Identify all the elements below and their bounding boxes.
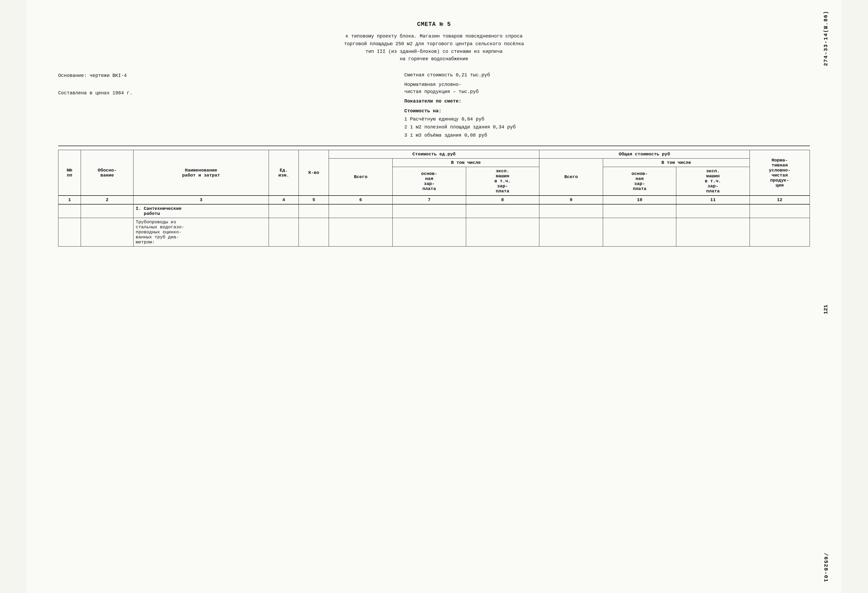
side-text-area: 274-33-14(Ш.86) 121 /6528-01 — [810, 0, 841, 593]
item-1-osnov1 — [393, 218, 466, 247]
col-num-6: 6 — [329, 196, 393, 204]
col-num-12: 12 — [750, 196, 810, 204]
col-num-4: 4 — [269, 196, 299, 204]
col-num-5: 5 — [299, 196, 329, 204]
item-1-ekspl1 — [466, 218, 539, 247]
subtitle-line-2: торговой площадью 250 м2 для торгового ц… — [58, 40, 810, 48]
item-1-obosn — [81, 218, 133, 247]
col-header-norm: Норма-тивнаяусловно-чистаяпродук-ция — [750, 150, 810, 196]
page: 274-33-14(Ш.86) 121 /6528-01 СМЕТА № 5 к… — [27, 0, 841, 593]
section-1-kvo — [299, 204, 329, 218]
col-num-1: 1 — [58, 196, 81, 204]
col-header-name: Наименованиеработ и затрат — [133, 150, 269, 196]
pokazateli: Показатели по смете: — [404, 97, 810, 106]
col-num-3: 3 — [133, 196, 269, 204]
item-1-vsego1 — [329, 218, 393, 247]
divider-thick-top — [58, 146, 810, 146]
section-1-title: I. Сантехнические работы — [133, 204, 269, 218]
subtitle: к типовому проекту блока. Магазин товаро… — [58, 32, 810, 63]
cost-item-3: 3 1 м3 объёма здания 0,08 руб — [404, 131, 810, 140]
section-1-ekspl2 — [676, 204, 750, 218]
section-1-norm — [750, 204, 810, 218]
item-1-vsego2 — [539, 218, 603, 247]
cost-section: Стоимость на: 1 Расчётную единицу 0,84 р… — [404, 107, 810, 139]
cost-item-1: 1 Расчётную единицу 0,84 руб — [404, 115, 810, 124]
item-1-row: Трубопроводы изстальных водогазо-проводн… — [58, 218, 810, 247]
item-1-osnov2 — [603, 218, 676, 247]
item-1-norm — [750, 218, 810, 247]
item-1-num — [58, 218, 81, 247]
osnov-label: Основание: чертежи ВКI-4 — [58, 71, 396, 80]
col-header-ekspl1: эксп.машинв т.ч.зар-плата — [466, 167, 539, 196]
col-header-kvo: К-во — [299, 150, 329, 196]
side-text-top: 274-33-14(Ш.86) — [823, 10, 829, 66]
section-1-num — [58, 204, 81, 218]
item-1-ekspl2 — [676, 218, 750, 247]
col-header-ed: Ед.изм. — [269, 150, 299, 196]
col-header-osnov2: основ-наязар-плата — [603, 167, 676, 196]
subtitle-line-3: тип III (из зданий-блоков) со стенами из… — [58, 48, 810, 56]
cost-label: Стоимость на: — [404, 108, 441, 113]
section-1-obosn — [81, 204, 133, 218]
col-header-obosn: Обосно-вание — [81, 150, 133, 196]
col-num-8: 8 — [466, 196, 539, 204]
col-header-obsh-stoimost: Общая стоимость руб — [539, 150, 750, 159]
item-1-kvo — [299, 218, 329, 247]
col-header-vsego2: Всего — [539, 159, 603, 196]
section-1-osnov2 — [603, 204, 676, 218]
col-header-osnov1: основ-наязар-плата — [393, 167, 466, 196]
section-1-vsego2 — [539, 204, 603, 218]
info-right: Сметная стоимость 0,21 тыс.руб Нормативн… — [396, 71, 810, 139]
page-number: 121 — [823, 305, 829, 314]
col-num-10: 10 — [603, 196, 676, 204]
subtitle-line-1: к типовому проекту блока. Магазин товаро… — [58, 32, 810, 40]
section-1-ekspl1 — [466, 204, 539, 218]
normative-text: Нормативная условно-чистая продукция – т… — [404, 81, 810, 96]
section-1-title-row: I. Сантехнические работы — [58, 204, 810, 218]
section-1-osnov1 — [393, 204, 466, 218]
section-1-ed — [269, 204, 299, 218]
col-header-vtomchisle2: В том числе — [603, 159, 750, 167]
info-left: Основание: чертежи ВКI-4 Составлена в це… — [58, 71, 396, 139]
col-header-num: №№пп — [58, 150, 81, 196]
side-text-bottom: /6528-01 — [823, 553, 829, 583]
col-num-11: 11 — [676, 196, 750, 204]
composed-label: Составлена в ценах 1984 г. — [58, 88, 396, 98]
col-header-vsego1: Всего — [329, 159, 393, 196]
col-num-7: 7 — [393, 196, 466, 204]
item-1-title: Трубопроводы изстальных водогазо-проводн… — [133, 218, 269, 247]
info-block: Основание: чертежи ВКI-4 Составлена в це… — [58, 71, 810, 139]
smeta-cost: Сметная стоимость 0,21 тыс.руб — [404, 71, 810, 79]
col-header-ekspl2: эксп.машинв т.ч.зар-плата — [676, 167, 750, 196]
page-title: СМЕТА № 5 — [58, 21, 810, 28]
cost-item-2: 2 1 м2 полезной площади здания 0,34 руб — [404, 123, 810, 131]
col-num-9: 9 — [539, 196, 603, 204]
item-1-ed — [269, 218, 299, 247]
col-num-2: 2 — [81, 196, 133, 204]
estimate-table: №№пп Обосно-вание Наименованиеработ и за… — [58, 150, 810, 247]
subtitle-line-4: на горячее водоснабжение — [58, 55, 810, 63]
col-header-vtomchisle1: В том числе — [393, 159, 539, 167]
col-header-stoimost-ed: Стоимость ед.руб — [329, 150, 539, 159]
header-row-1: №№пп Обосно-вание Наименованиеработ и за… — [58, 150, 810, 159]
header-section: СМЕТА № 5 к типовому проекту блока. Мага… — [58, 21, 810, 63]
header-row-numbers: 1 2 3 4 5 6 7 8 9 10 11 12 — [58, 196, 810, 204]
section-1-vsego1 — [329, 204, 393, 218]
